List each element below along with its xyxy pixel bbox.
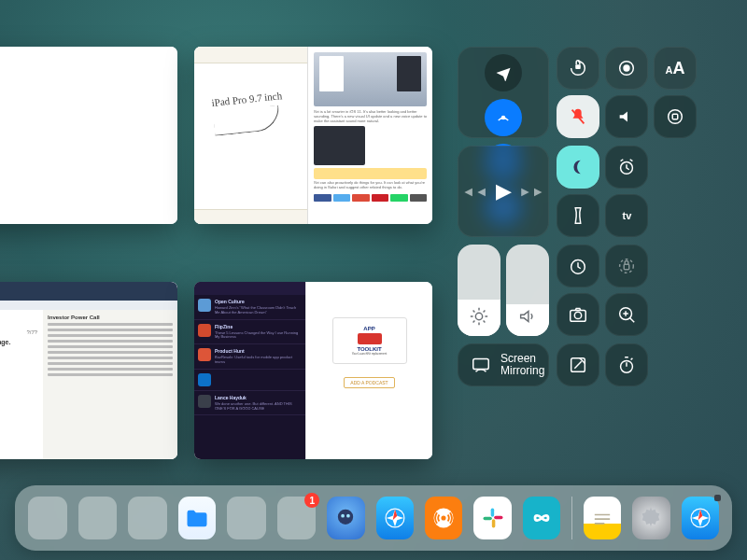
add-podcast-button: ADD A PODCAST xyxy=(344,377,394,388)
tweetbot-app-icon[interactable] xyxy=(327,497,364,539)
text-size-button[interactable]: AA xyxy=(654,47,697,90)
overcast-app-icon[interactable] xyxy=(425,497,462,539)
dock-separator xyxy=(571,497,572,539)
orientation-lock-button[interactable] xyxy=(557,47,599,90)
safari-thumbnail: Siri is a lot smarter in iOS 11. It's al… xyxy=(307,47,432,224)
svg-point-8 xyxy=(475,313,482,319)
svg-rect-27 xyxy=(491,519,495,527)
notes-app-icon[interactable] xyxy=(584,497,621,539)
svg-point-24 xyxy=(442,515,446,520)
overcast-thumbnail: APP TOOLKIT Your LaunchKit replacement A… xyxy=(305,282,432,459)
text-lines xyxy=(48,323,173,376)
safari-app-icon[interactable] xyxy=(376,497,414,539)
svg-rect-2 xyxy=(575,64,581,69)
svg-point-18 xyxy=(338,510,353,525)
safari-app-icon[interactable] xyxy=(682,497,719,539)
toolkit-art: APP TOOLKIT Your LaunchKit replacement xyxy=(332,317,407,364)
airplane-mode-toggle[interactable] xyxy=(485,54,522,91)
brightness-slider[interactable] xyxy=(458,245,500,336)
switcher-card[interactable]: Twitterrific Overcast Open CultureHoward… xyxy=(194,282,432,459)
quick-note-button[interactable] xyxy=(557,343,599,386)
media-controls[interactable]: ◄◄ ▶ ►► xyxy=(458,146,549,237)
switcher-card[interactable]: s xyxy=(0,47,177,224)
mute-button[interactable] xyxy=(605,95,648,138)
notes-thumbnail: iPad Pro 9.7 inch xyxy=(194,47,307,224)
svg-rect-15 xyxy=(473,359,489,370)
do-not-disturb-button[interactable] xyxy=(557,146,599,189)
dock-folder[interactable] xyxy=(128,497,167,539)
connectivity-group[interactable] xyxy=(458,47,549,138)
prev-track-button[interactable]: ◄◄ xyxy=(462,184,488,199)
screen-mirroring-label: Screen Mirroring xyxy=(500,353,544,377)
recent-indicator-icon xyxy=(714,495,721,501)
headline: " to arrive in the App Store? Send Messa… xyxy=(0,339,37,345)
score: ?/7? xyxy=(0,329,37,335)
screen-mirroring-button[interactable]: Screen Mirroring xyxy=(458,343,549,386)
home-button[interactable] xyxy=(654,95,697,138)
rotation-lock-button[interactable] xyxy=(605,245,648,287)
sidebar-heading: Investor Power Call xyxy=(48,315,100,320)
dock-folder[interactable] xyxy=(78,497,118,539)
badge: 1 xyxy=(304,493,319,508)
switcher-card[interactable]: Notes Safari iPad Pro 9.7 inch Siri is a… xyxy=(194,47,432,224)
volume-slider[interactable] xyxy=(506,245,549,336)
stopwatch-button[interactable] xyxy=(605,343,648,386)
camera-button[interactable] xyxy=(557,293,599,336)
slack-app-icon[interactable] xyxy=(473,497,511,539)
svg-rect-11 xyxy=(624,264,629,270)
svg-point-19 xyxy=(342,514,345,518)
switcher-card[interactable]: bile download for your new iPhone 7 ?/7?… xyxy=(0,282,177,459)
svg-point-20 xyxy=(346,514,350,518)
svg-rect-25 xyxy=(490,509,494,517)
settings-app-icon[interactable] xyxy=(632,497,669,539)
next-track-button[interactable]: ►► xyxy=(519,184,545,199)
svg-point-13 xyxy=(574,312,581,318)
dock-folder[interactable]: 1 xyxy=(277,497,317,539)
magnifier-button[interactable] xyxy=(605,293,648,336)
svg-point-4 xyxy=(623,64,629,71)
dock-folder[interactable] xyxy=(28,497,67,539)
twitterrific-thumbnail: Open CultureHoward Zinn's "What the Clas… xyxy=(194,282,305,459)
safari-mobile-thumbnail: download for your new iPhone 7 ?/7? " to… xyxy=(0,282,177,459)
airdrop-toggle[interactable] xyxy=(485,99,522,136)
timer-button[interactable] xyxy=(557,245,599,287)
svg-rect-28 xyxy=(494,516,502,520)
dock-folder[interactable] xyxy=(227,497,266,539)
silent-mode-button[interactable] xyxy=(557,95,599,138)
dock: 1 xyxy=(15,485,732,551)
svg-rect-26 xyxy=(483,517,491,521)
apple-tv-button[interactable]: tv xyxy=(605,194,648,237)
headline: download for your new iPhone 7 xyxy=(0,319,37,326)
alarm-button[interactable] xyxy=(605,146,648,189)
flashlight-button[interactable] xyxy=(557,194,599,237)
svg-point-5 xyxy=(669,110,683,124)
screen-record-button[interactable] xyxy=(605,47,648,90)
play-button[interactable]: ▶ xyxy=(496,179,512,203)
files-app-icon[interactable] xyxy=(178,497,216,539)
svg-rect-6 xyxy=(672,114,678,119)
infinity-app-icon[interactable] xyxy=(523,497,560,539)
app-switcher: s Notes Safari iPad Pro 9.7 inch Siri is… xyxy=(0,0,448,467)
